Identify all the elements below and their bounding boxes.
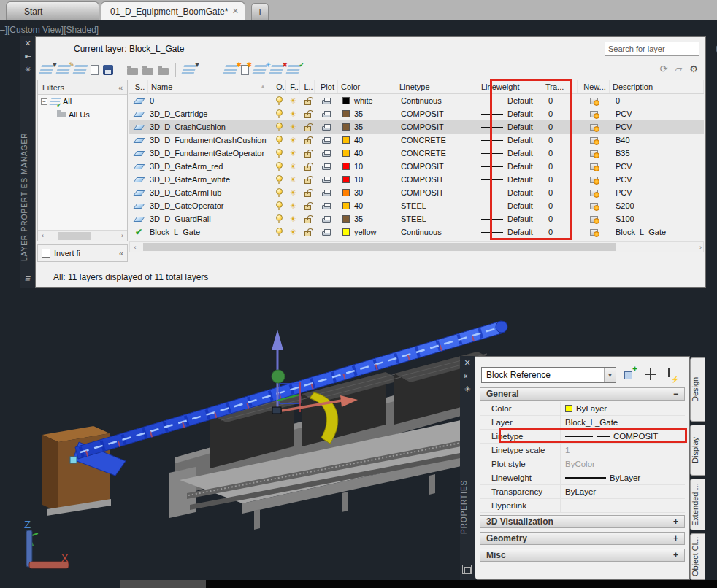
quick-properties-icon[interactable]	[462, 565, 472, 574]
layer-on-icon[interactable]	[272, 134, 286, 147]
layer-plot-icon[interactable]	[315, 173, 338, 186]
layer-newvp-icon[interactable]	[578, 147, 610, 160]
layer-description[interactable]: PCV	[610, 173, 704, 186]
collapse-filters-icon[interactable]: «	[118, 83, 123, 92]
layer-description[interactable]: PCV	[610, 160, 704, 173]
layer-color[interactable]: yellow	[338, 225, 396, 239]
col-status[interactable]: S..	[129, 80, 148, 93]
layer-unlock-icon[interactable]	[300, 107, 315, 120]
col-newvp[interactable]: New...	[578, 80, 610, 93]
section-geometry[interactable]: Geometry +	[480, 532, 685, 545]
prop-row-linetype-scale[interactable]: Linetype scale 1	[480, 444, 685, 457]
layer-newvp-icon[interactable]	[578, 134, 610, 147]
layer-lineweight[interactable]: Default	[478, 173, 542, 186]
layer-freeze-icon[interactable]: ☀	[286, 225, 300, 239]
layer-newvp-icon[interactable]	[578, 186, 610, 199]
layer-plot-icon[interactable]	[315, 199, 338, 212]
col-color[interactable]: Color	[338, 80, 396, 93]
layer-transparency[interactable]: 0	[542, 225, 578, 239]
filters-hscrollbar[interactable]: ‹ ›	[38, 230, 127, 241]
layer-color[interactable]: 40	[338, 199, 396, 212]
layer-merge-icon[interactable]	[181, 65, 197, 76]
layer-unlock-icon[interactable]	[300, 199, 315, 212]
prop-row-color[interactable]: Color ByLayer	[480, 402, 685, 416]
layer-transparency[interactable]: 0	[542, 160, 578, 173]
new-property-filter-icon[interactable]	[39, 65, 55, 76]
layer-row[interactable]: 3D_D_GateArmHub ☀ 30 COMPOSIT Default 0 …	[129, 186, 704, 199]
table-hscrollbar[interactable]: ‹ ›	[129, 241, 704, 252]
invert-filter-checkbox[interactable]	[42, 249, 50, 258]
layer-linetype[interactable]: STEEL	[396, 212, 478, 225]
layer-row[interactable]: 3D_D_GateArm_white ☀ 10 COMPOSIT Default…	[129, 173, 704, 186]
layer-unlock-icon[interactable]	[300, 134, 315, 147]
close-icon[interactable]: ✕	[20, 36, 35, 50]
layer-description[interactable]: S100	[610, 212, 704, 225]
layer-freeze-icon[interactable]: ☀	[286, 173, 300, 186]
layer-lineweight[interactable]: Default	[478, 147, 542, 160]
isolate-icon[interactable]: ▱	[675, 63, 682, 74]
layer-newvp-icon[interactable]	[578, 107, 610, 120]
layer-plot-icon[interactable]	[315, 147, 338, 160]
new-group-filter-icon[interactable]	[55, 65, 72, 76]
layer-search[interactable]	[605, 42, 699, 56]
command-line-strip[interactable]	[120, 580, 717, 588]
layer-unlock-icon[interactable]	[300, 225, 315, 239]
layer-on-icon[interactable]	[272, 107, 286, 120]
quick-select-icon[interactable]	[664, 367, 678, 382]
layer-on-icon[interactable]	[272, 225, 286, 239]
layer-color[interactable]: 10	[338, 173, 396, 186]
col-name[interactable]: Name▲	[148, 80, 272, 93]
layer-row[interactable]: 3D_D_GateArm_red ☀ 10 COMPOSIT Default 0…	[129, 160, 704, 173]
delete-layer-icon[interactable]	[269, 65, 285, 76]
layer-on-icon[interactable]	[272, 160, 286, 173]
lpm-title-strip[interactable]: ✕ ⇤ ✳ LAYER PROPERTIES MANAGER ≡	[20, 36, 35, 288]
layer-plot-icon[interactable]	[315, 134, 338, 147]
layer-row[interactable]: 0 ☀ white Continuous Default 0 0	[129, 94, 704, 107]
layer-newvp-icon[interactable]	[578, 160, 610, 173]
tab-display[interactable]: Display	[690, 425, 705, 476]
layer-newvp-icon[interactable]	[578, 225, 610, 239]
layer-row[interactable]: 3D_D_GuardRail ☀ 35 STEEL Default 0 S100	[129, 212, 704, 225]
layer-on-icon[interactable]	[272, 199, 286, 212]
unisolate-folder-icon[interactable]	[142, 68, 153, 75]
layer-linetype[interactable]: CONCRETE	[396, 134, 478, 147]
layer-on-icon[interactable]	[272, 186, 286, 199]
layer-linetype[interactable]: COMPOSIT	[396, 186, 478, 199]
layer-lineweight[interactable]: Default	[478, 225, 542, 239]
prop-row-linetype[interactable]: Linetype COMPOSIT	[480, 430, 685, 444]
col-linetype[interactable]: Linetype	[396, 80, 478, 93]
isolate-folder-icon[interactable]	[127, 68, 138, 75]
layer-description[interactable]: S200	[610, 199, 704, 212]
expand-section-icon[interactable]: +	[673, 550, 678, 560]
layer-freeze-icon[interactable]: ☀	[286, 147, 300, 160]
layer-newvp-icon[interactable]	[578, 120, 610, 134]
layer-description[interactable]: Block_L_Gate	[610, 225, 704, 239]
layer-transparency[interactable]: 0	[542, 173, 578, 186]
layer-row[interactable]: 3D_D_GateOperator ☀ 40 STEEL Default 0 S…	[129, 199, 704, 212]
layer-linetype[interactable]: Continuous	[396, 225, 478, 239]
settings-gear-icon[interactable]: ⚙	[689, 63, 698, 74]
layer-unlock-icon[interactable]	[300, 212, 315, 225]
freeze-layer-icon[interactable]	[252, 65, 268, 76]
layer-description[interactable]: PCV	[610, 120, 704, 134]
palette-settings-icon[interactable]: ✳	[460, 382, 475, 395]
scroll-thumb[interactable]	[58, 232, 91, 240]
layer-transparency[interactable]: 0	[542, 212, 578, 225]
col-on[interactable]: O.	[272, 80, 286, 93]
section-misc[interactable]: Misc +	[480, 549, 685, 562]
scroll-thumb[interactable]	[143, 243, 616, 251]
layer-lineweight[interactable]: Default	[478, 107, 542, 120]
tree-collapse-icon[interactable]: −	[41, 98, 47, 105]
col-lineweight[interactable]: Lineweight	[478, 80, 542, 93]
layer-lineweight[interactable]: Default	[478, 212, 542, 225]
layer-freeze-icon[interactable]: ☀	[286, 160, 300, 173]
section-3d-visualization[interactable]: 3D Visualization +	[480, 515, 685, 528]
layer-row-current[interactable]: ✔ Block_L_Gate ☀ yellow Continuous Defau…	[129, 225, 704, 239]
layer-newvp-icon[interactable]	[578, 212, 610, 225]
layer-plot-icon[interactable]	[315, 160, 338, 173]
collapse-section-icon[interactable]: −	[673, 389, 678, 399]
layer-unlock-icon[interactable]	[300, 147, 315, 160]
layer-on-icon[interactable]	[272, 212, 286, 225]
layer-plot-icon[interactable]	[315, 120, 338, 134]
layer-transparency[interactable]: 0	[542, 199, 578, 212]
